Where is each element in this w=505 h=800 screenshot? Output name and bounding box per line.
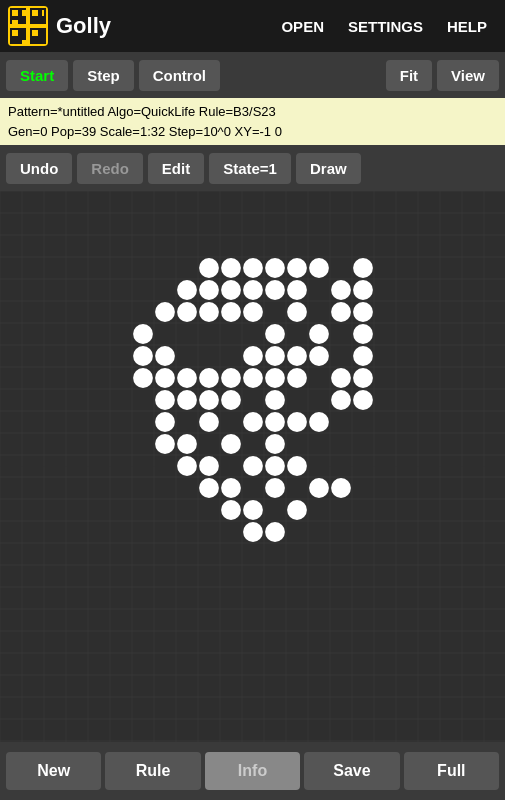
draw-button[interactable]: Draw — [296, 153, 361, 184]
help-button[interactable]: HELP — [437, 12, 497, 41]
open-button[interactable]: OPEN — [271, 12, 334, 41]
svg-rect-5 — [12, 10, 18, 16]
step-button[interactable]: Step — [73, 60, 134, 91]
toolbar2: Undo Redo Edit State=1 Draw — [0, 145, 505, 191]
undo-button[interactable]: Undo — [6, 153, 72, 184]
toolbar1: Start Step Control Fit View — [0, 52, 505, 98]
info-bar: Pattern=*untitled Algo=QuickLife Rule=B3… — [0, 98, 505, 145]
svg-rect-8 — [32, 10, 38, 16]
app-logo-icon — [8, 6, 48, 46]
save-button[interactable]: Save — [304, 752, 399, 790]
svg-rect-7 — [12, 20, 18, 26]
start-button[interactable]: Start — [6, 60, 68, 91]
header-nav: OPEN SETTINGS HELP — [271, 12, 497, 41]
info-line2: Gen=0 Pop=39 Scale=1:32 Step=10^0 XY=-1 … — [8, 122, 497, 142]
svg-rect-9 — [42, 10, 44, 16]
svg-rect-12 — [22, 40, 28, 46]
new-button[interactable]: New — [6, 752, 101, 790]
rule-button[interactable]: Rule — [105, 752, 200, 790]
settings-button[interactable]: SETTINGS — [338, 12, 433, 41]
header: Golly OPEN SETTINGS HELP — [0, 0, 505, 52]
info-button[interactable]: Info — [205, 752, 300, 790]
state-button[interactable]: State=1 — [209, 153, 291, 184]
bottom-toolbar: New Rule Info Save Full — [0, 742, 505, 800]
control-button[interactable]: Control — [139, 60, 220, 91]
view-button[interactable]: View — [437, 60, 499, 91]
grid-area[interactable] — [0, 191, 505, 742]
svg-rect-6 — [22, 10, 28, 16]
svg-rect-11 — [12, 30, 18, 36]
fit-button[interactable]: Fit — [386, 60, 432, 91]
svg-rect-10 — [32, 30, 38, 36]
info-line1: Pattern=*untitled Algo=QuickLife Rule=B3… — [8, 102, 497, 122]
edit-button[interactable]: Edit — [148, 153, 204, 184]
redo-button[interactable]: Redo — [77, 153, 143, 184]
full-button[interactable]: Full — [404, 752, 499, 790]
app-title: Golly — [56, 13, 271, 39]
life-grid[interactable] — [0, 191, 505, 742]
